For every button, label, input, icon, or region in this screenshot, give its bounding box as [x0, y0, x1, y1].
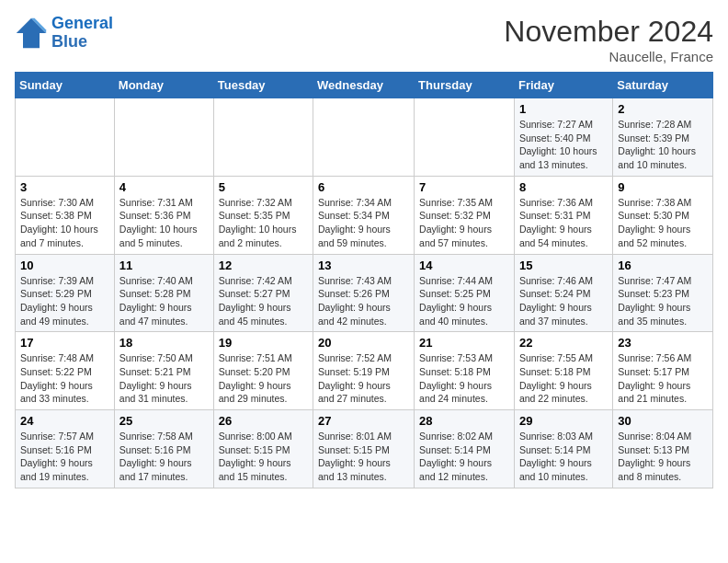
day-info: Sunrise: 7:27 AM Sunset: 5:40 PM Dayligh…: [519, 118, 608, 172]
weekday-header-row: SundayMondayTuesdayWednesdayThursdayFrid…: [16, 73, 713, 98]
day-number: 8: [519, 180, 608, 194]
weekday-header: Tuesday: [213, 73, 313, 98]
day-number: 9: [618, 180, 708, 194]
day-number: 30: [618, 414, 708, 428]
day-number: 12: [219, 259, 308, 272]
day-number: 24: [20, 414, 109, 428]
calendar-cell: 1Sunrise: 7:27 AM Sunset: 5:40 PM Daylig…: [514, 98, 612, 177]
calendar-table: SundayMondayTuesdayWednesdayThursdayFrid…: [15, 72, 713, 488]
calendar-cell: 20Sunrise: 7:52 AM Sunset: 5:19 PM Dayli…: [313, 332, 415, 410]
calendar-cell: 21Sunrise: 7:53 AM Sunset: 5:18 PM Dayli…: [415, 332, 515, 410]
calendar-cell: 13Sunrise: 7:43 AM Sunset: 5:26 PM Dayli…: [313, 254, 415, 332]
calendar-week-row: 1Sunrise: 7:27 AM Sunset: 5:40 PM Daylig…: [16, 98, 713, 177]
page-header: General Blue November 2024 Naucelle, Fra…: [15, 15, 713, 64]
day-number: 14: [419, 259, 509, 272]
calendar-cell: 11Sunrise: 7:40 AM Sunset: 5:28 PM Dayli…: [114, 254, 213, 332]
calendar-week-row: 10Sunrise: 7:39 AM Sunset: 5:29 PM Dayli…: [16, 254, 713, 332]
svg-marker-0: [17, 18, 46, 48]
calendar-cell: 19Sunrise: 7:51 AM Sunset: 5:20 PM Dayli…: [213, 332, 313, 410]
day-number: 27: [318, 414, 409, 428]
calendar-cell: 10Sunrise: 7:39 AM Sunset: 5:29 PM Dayli…: [16, 254, 115, 332]
weekday-header: Friday: [514, 73, 612, 98]
logo: General Blue: [15, 15, 113, 52]
day-info: Sunrise: 7:56 AM Sunset: 5:17 PM Dayligh…: [618, 351, 708, 406]
day-number: 19: [219, 336, 308, 350]
day-number: 16: [618, 259, 708, 272]
day-info: Sunrise: 7:43 AM Sunset: 5:26 PM Dayligh…: [318, 274, 409, 328]
calendar-cell: 23Sunrise: 7:56 AM Sunset: 5:17 PM Dayli…: [613, 332, 713, 410]
day-number: 6: [318, 180, 409, 194]
calendar-cell: 29Sunrise: 8:03 AM Sunset: 5:14 PM Dayli…: [514, 410, 612, 488]
calendar-cell: 30Sunrise: 8:04 AM Sunset: 5:13 PM Dayli…: [613, 410, 713, 488]
day-number: 4: [119, 180, 209, 194]
day-info: Sunrise: 7:51 AM Sunset: 5:20 PM Dayligh…: [219, 351, 308, 406]
calendar-week-row: 24Sunrise: 7:57 AM Sunset: 5:16 PM Dayli…: [16, 410, 713, 488]
calendar-cell: 6Sunrise: 7:34 AM Sunset: 5:34 PM Daylig…: [313, 176, 415, 254]
calendar-cell: 15Sunrise: 7:46 AM Sunset: 5:24 PM Dayli…: [514, 254, 612, 332]
logo-blue: Blue: [51, 32, 87, 51]
day-info: Sunrise: 8:02 AM Sunset: 5:14 PM Dayligh…: [419, 430, 509, 484]
calendar-cell: 17Sunrise: 7:48 AM Sunset: 5:22 PM Dayli…: [16, 332, 115, 410]
day-info: Sunrise: 8:03 AM Sunset: 5:14 PM Dayligh…: [519, 430, 608, 484]
day-number: 17: [20, 336, 109, 350]
calendar-cell: 14Sunrise: 7:44 AM Sunset: 5:25 PM Dayli…: [415, 254, 515, 332]
day-info: Sunrise: 7:32 AM Sunset: 5:35 PM Dayligh…: [219, 196, 308, 250]
day-info: Sunrise: 7:57 AM Sunset: 5:16 PM Dayligh…: [20, 430, 109, 484]
day-number: 21: [419, 336, 509, 350]
day-info: Sunrise: 7:55 AM Sunset: 5:18 PM Dayligh…: [519, 351, 608, 406]
weekday-header: Wednesday: [313, 73, 415, 98]
day-number: 11: [119, 259, 209, 272]
day-number: 26: [219, 414, 308, 428]
day-info: Sunrise: 7:44 AM Sunset: 5:25 PM Dayligh…: [419, 274, 509, 328]
logo-icon: [15, 17, 48, 50]
day-info: Sunrise: 8:04 AM Sunset: 5:13 PM Dayligh…: [618, 430, 708, 484]
calendar-cell: 8Sunrise: 7:36 AM Sunset: 5:31 PM Daylig…: [514, 176, 612, 254]
day-number: 22: [519, 336, 608, 350]
day-number: 7: [419, 180, 509, 194]
day-info: Sunrise: 7:50 AM Sunset: 5:21 PM Dayligh…: [119, 351, 209, 406]
day-info: Sunrise: 7:28 AM Sunset: 5:39 PM Dayligh…: [618, 118, 708, 172]
day-info: Sunrise: 7:40 AM Sunset: 5:28 PM Dayligh…: [119, 274, 209, 328]
day-info: Sunrise: 8:00 AM Sunset: 5:15 PM Dayligh…: [219, 430, 308, 484]
location: Naucelle, France: [504, 49, 713, 64]
calendar-cell: 26Sunrise: 8:00 AM Sunset: 5:15 PM Dayli…: [213, 410, 313, 488]
day-number: 28: [419, 414, 509, 428]
day-info: Sunrise: 7:46 AM Sunset: 5:24 PM Dayligh…: [519, 274, 608, 328]
day-info: Sunrise: 7:36 AM Sunset: 5:31 PM Dayligh…: [519, 196, 608, 250]
calendar-cell: [313, 98, 415, 177]
weekday-header: Monday: [114, 73, 213, 98]
day-info: Sunrise: 7:35 AM Sunset: 5:32 PM Dayligh…: [419, 196, 509, 250]
calendar-cell: 2Sunrise: 7:28 AM Sunset: 5:39 PM Daylig…: [613, 98, 713, 177]
calendar-cell: 16Sunrise: 7:47 AM Sunset: 5:23 PM Dayli…: [613, 254, 713, 332]
calendar-cell: 28Sunrise: 8:02 AM Sunset: 5:14 PM Dayli…: [415, 410, 515, 488]
title-block: November 2024 Naucelle, France: [504, 15, 713, 64]
day-number: 23: [618, 336, 708, 350]
day-info: Sunrise: 7:39 AM Sunset: 5:29 PM Dayligh…: [20, 274, 109, 328]
logo-general: General: [51, 14, 113, 32]
day-info: Sunrise: 7:47 AM Sunset: 5:23 PM Dayligh…: [618, 274, 708, 328]
calendar-cell: 4Sunrise: 7:31 AM Sunset: 5:36 PM Daylig…: [114, 176, 213, 254]
calendar-cell: 9Sunrise: 7:38 AM Sunset: 5:30 PM Daylig…: [613, 176, 713, 254]
calendar-cell: 18Sunrise: 7:50 AM Sunset: 5:21 PM Dayli…: [114, 332, 213, 410]
day-info: Sunrise: 8:01 AM Sunset: 5:15 PM Dayligh…: [318, 430, 409, 484]
calendar-week-row: 17Sunrise: 7:48 AM Sunset: 5:22 PM Dayli…: [16, 332, 713, 410]
month-title: November 2024: [504, 15, 713, 49]
weekday-header: Saturday: [613, 73, 713, 98]
calendar-cell: [16, 98, 115, 177]
day-info: Sunrise: 7:58 AM Sunset: 5:16 PM Dayligh…: [119, 430, 209, 484]
weekday-header: Thursday: [415, 73, 515, 98]
day-info: Sunrise: 7:42 AM Sunset: 5:27 PM Dayligh…: [219, 274, 308, 328]
calendar-cell: [415, 98, 515, 177]
day-info: Sunrise: 7:48 AM Sunset: 5:22 PM Dayligh…: [20, 351, 109, 406]
calendar-week-row: 3Sunrise: 7:30 AM Sunset: 5:38 PM Daylig…: [16, 176, 713, 254]
day-info: Sunrise: 7:38 AM Sunset: 5:30 PM Dayligh…: [618, 196, 708, 250]
calendar-cell: 5Sunrise: 7:32 AM Sunset: 5:35 PM Daylig…: [213, 176, 313, 254]
day-number: 13: [318, 259, 409, 272]
day-number: 2: [618, 102, 708, 116]
day-info: Sunrise: 7:52 AM Sunset: 5:19 PM Dayligh…: [318, 351, 409, 406]
weekday-header: Sunday: [16, 73, 115, 98]
calendar-cell: 3Sunrise: 7:30 AM Sunset: 5:38 PM Daylig…: [16, 176, 115, 254]
day-number: 15: [519, 259, 608, 272]
day-number: 20: [318, 336, 409, 350]
calendar-cell: 27Sunrise: 8:01 AM Sunset: 5:15 PM Dayli…: [313, 410, 415, 488]
